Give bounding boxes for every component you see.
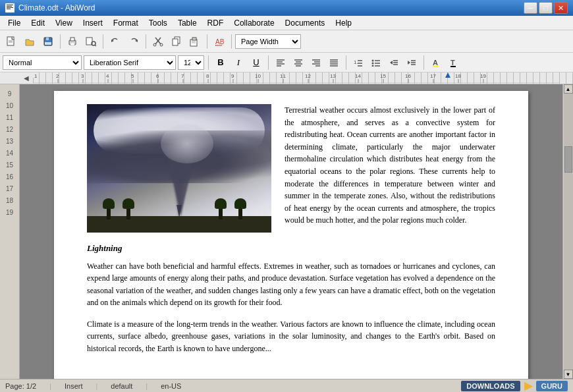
svg-text:T: T: [450, 59, 455, 67]
bullets-button[interactable]: [368, 55, 384, 70]
paragraph-style-select[interactable]: Normal: [3, 55, 82, 70]
line-num-11: 11: [6, 111, 13, 123]
align-left-button[interactable]: [273, 55, 288, 70]
print-button[interactable]: [64, 33, 81, 50]
zoom-select[interactable]: Page WidthWhole Page75%100%125%150%: [235, 34, 301, 49]
menu-table[interactable]: Table: [173, 17, 202, 29]
page-content[interactable]: Terrestrial weather occurs almost exclus…: [87, 104, 495, 355]
scroll-up-button[interactable]: ▲: [564, 84, 573, 94]
svg-text:7: 7: [181, 73, 184, 79]
menu-format[interactable]: Format: [108, 17, 144, 29]
align-justify-button[interactable]: [326, 55, 342, 70]
document-page[interactable]: Terrestrial weather occurs almost exclus…: [54, 91, 528, 379]
save-icon: [43, 36, 53, 47]
font-size-select[interactable]: 12: [178, 55, 204, 70]
highlight-button[interactable]: A: [428, 55, 444, 70]
status-sep-3: |: [146, 382, 148, 390]
page-count: Page: 1/2: [5, 382, 36, 390]
svg-text:15: 15: [380, 73, 386, 79]
print-icon: [67, 36, 78, 47]
align-center-button[interactable]: [290, 55, 306, 70]
maximize-button[interactable]: □: [539, 2, 553, 14]
menu-documents[interactable]: Documents: [280, 17, 331, 29]
spell-check-button[interactable]: ABC: [211, 33, 228, 50]
close-button[interactable]: ✕: [554, 2, 568, 14]
toolbar-sep-3: [146, 34, 146, 49]
document-area[interactable]: Terrestrial weather occurs almost exclus…: [20, 84, 562, 379]
menu-view[interactable]: View: [50, 17, 78, 29]
redo-icon: [128, 36, 139, 47]
svg-point-51: [372, 59, 374, 61]
cut-button[interactable]: [150, 33, 167, 50]
menu-file[interactable]: File: [3, 17, 26, 29]
menu-collaborate[interactable]: Collaborate: [229, 17, 279, 29]
layout-mode: default: [111, 382, 132, 390]
minimize-button[interactable]: ─: [524, 2, 537, 14]
undo-button[interactable]: [107, 33, 124, 50]
undo-icon: [110, 36, 121, 47]
print-preview-icon: [86, 36, 96, 47]
italic-button[interactable]: I: [231, 55, 246, 70]
fmt-sep-2: [268, 55, 269, 70]
tree-3: [219, 206, 223, 219]
svg-rect-13: [70, 43, 74, 45]
edit-mode: Insert: [65, 382, 83, 390]
svg-text:6: 6: [156, 73, 159, 79]
svg-text:13: 13: [330, 73, 336, 79]
svg-marker-57: [390, 61, 393, 65]
menu-rdf[interactable]: RDF: [202, 17, 229, 29]
numbering-icon: 1.: [354, 59, 363, 67]
menu-edit[interactable]: Edit: [26, 17, 50, 29]
status-bar: Page: 1/2 | Insert | default | en-US DOW…: [0, 379, 573, 392]
menu-bar: File Edit View Insert Format Tools Table…: [0, 16, 573, 30]
numbering-button[interactable]: 1.: [350, 55, 366, 70]
menu-insert[interactable]: Insert: [78, 17, 108, 29]
svg-rect-3: [7, 7, 13, 8]
svg-point-21: [153, 43, 156, 46]
print-preview-button[interactable]: [82, 33, 99, 50]
toolbar-sep-1: [60, 34, 61, 49]
svg-rect-4: [7, 9, 11, 9]
redo-button[interactable]: [125, 33, 142, 50]
new-icon: [6, 36, 16, 47]
menu-help[interactable]: Help: [330, 17, 357, 29]
increase-indent-button[interactable]: [404, 55, 420, 70]
paragraph-3[interactable]: Climate is a measure of the long-term tr…: [87, 318, 495, 355]
align-right-button[interactable]: [308, 55, 324, 70]
new-button[interactable]: [3, 33, 20, 50]
align-justify-icon: [329, 59, 339, 67]
spell-icon: ABC: [214, 36, 225, 47]
tornado-image: [87, 104, 271, 233]
font-select[interactable]: Liberation Serif: [84, 55, 176, 70]
line-num-19: 19: [6, 206, 13, 218]
content-row-image: Terrestrial weather occurs almost exclus…: [87, 104, 495, 233]
main-area: 9 10 11 12 13 14 15 16 17 18 19: [0, 84, 573, 379]
decrease-indent-button[interactable]: [386, 55, 402, 70]
paragraph-2[interactable]: Weather can have both beneficial and har…: [87, 260, 495, 309]
watermark-guru: GURU: [536, 381, 568, 391]
tree-2: [126, 206, 130, 219]
copy-button[interactable]: [168, 33, 185, 50]
bold-button[interactable]: B: [213, 55, 229, 70]
window-controls: ─ □ ✕: [524, 2, 568, 14]
underline-button[interactable]: U: [248, 55, 264, 70]
paragraph-1[interactable]: Terrestrial weather occurs almost exclus…: [285, 104, 495, 233]
format-toolbar: Normal Liberation Serif 12 B I U 1. A: [0, 53, 573, 72]
text-color-button[interactable]: T: [446, 55, 462, 70]
line-num-10: 10: [6, 99, 13, 111]
line-num-14: 14: [6, 147, 13, 159]
scroll-thumb[interactable]: [564, 146, 572, 173]
scroll-track[interactable]: [564, 94, 573, 370]
scroll-down-button[interactable]: ▼: [564, 370, 573, 379]
section-title-lightning: Lightning: [87, 242, 495, 255]
open-button[interactable]: [21, 33, 38, 50]
paste-button[interactable]: [186, 33, 204, 50]
svg-line-16: [95, 45, 96, 46]
svg-text:8: 8: [206, 73, 209, 79]
cut-icon: [153, 36, 163, 47]
menu-tools[interactable]: Tools: [144, 17, 173, 29]
svg-rect-24: [173, 39, 178, 45]
save-button[interactable]: [40, 33, 57, 50]
ruler: ◀ 1 2 3 4 5 6 7 8: [0, 72, 573, 84]
watermark-downloads: DOWNLOADS: [461, 381, 520, 391]
